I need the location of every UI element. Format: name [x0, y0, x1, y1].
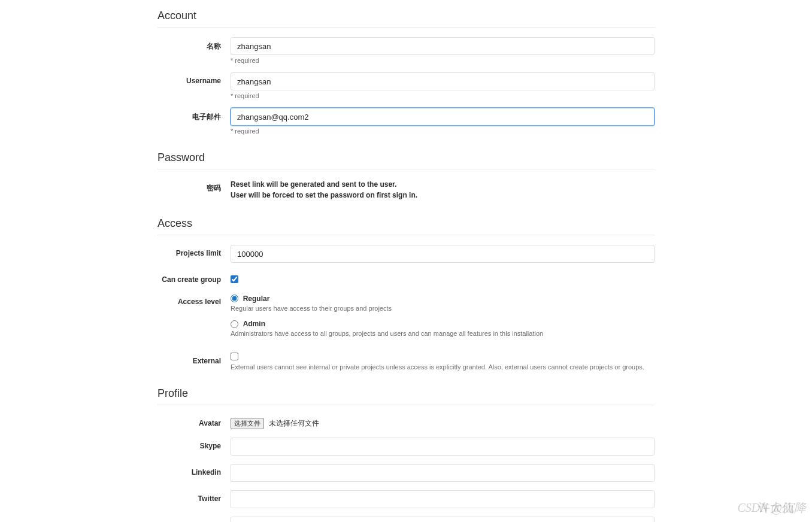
- email-label: 电子邮件: [157, 108, 231, 122]
- can-create-group-checkbox[interactable]: [231, 275, 238, 283]
- access-admin-help: Administrators have access to all groups…: [231, 330, 655, 337]
- profile-title: Profile: [157, 387, 655, 405]
- external-help: External users cannot see internal or pr…: [231, 363, 655, 371]
- website-label: Website url: [157, 517, 231, 522]
- external-label: External: [157, 353, 231, 365]
- watermark-text-2: CSDN @沉降: [737, 500, 806, 516]
- linkedin-input[interactable]: [231, 464, 655, 482]
- account-title: Account: [157, 10, 655, 28]
- name-label: 名称: [157, 37, 231, 51]
- password-info-2: User will be forced to set the password …: [231, 190, 655, 201]
- password-section: Password 密码 Reset link will be generated…: [157, 151, 655, 201]
- email-input[interactable]: [231, 108, 655, 126]
- external-checkbox[interactable]: [231, 353, 238, 360]
- linkedin-label: Linkedin: [157, 464, 231, 477]
- twitter-label: Twitter: [157, 490, 231, 503]
- access-regular-radio[interactable]: [231, 295, 238, 302]
- password-title: Password: [157, 151, 655, 169]
- avatar-file-button[interactable]: 选择文件: [231, 418, 264, 429]
- can-create-group-label: Can create group: [157, 271, 231, 284]
- avatar-label: Avatar: [157, 415, 231, 427]
- access-title: Access: [157, 217, 655, 235]
- password-label: 密码: [157, 179, 231, 193]
- username-label: Username: [157, 72, 231, 85]
- access-section: Access Projects limit Can create group A…: [157, 217, 655, 371]
- name-input[interactable]: [231, 37, 655, 55]
- access-regular-help: Regular users have access to their group…: [231, 305, 655, 312]
- name-required: * required: [231, 57, 655, 64]
- skype-label: Skype: [157, 438, 231, 450]
- projects-limit-input[interactable]: [231, 245, 655, 263]
- email-required: * required: [231, 128, 655, 135]
- username-required: * required: [231, 92, 655, 99]
- profile-section: Profile Avatar 选择文件 未选择任何文件 Skype Linked…: [157, 387, 655, 522]
- watermark-text-1: 许大仙: [758, 500, 794, 516]
- skype-input[interactable]: [231, 438, 655, 456]
- website-input[interactable]: [231, 517, 655, 522]
- twitter-input[interactable]: [231, 490, 655, 508]
- projects-limit-label: Projects limit: [157, 245, 231, 257]
- access-regular-label: Regular: [243, 295, 270, 303]
- account-section: Account 名称 * required Username * require…: [157, 10, 655, 135]
- access-level-label: Access level: [157, 293, 231, 306]
- username-input[interactable]: [231, 72, 655, 90]
- password-info-1: Reset link will be generated and sent to…: [231, 179, 655, 190]
- access-admin-radio[interactable]: [231, 320, 238, 328]
- access-admin-label: Admin: [243, 320, 265, 328]
- avatar-file-status: 未选择任何文件: [269, 419, 319, 427]
